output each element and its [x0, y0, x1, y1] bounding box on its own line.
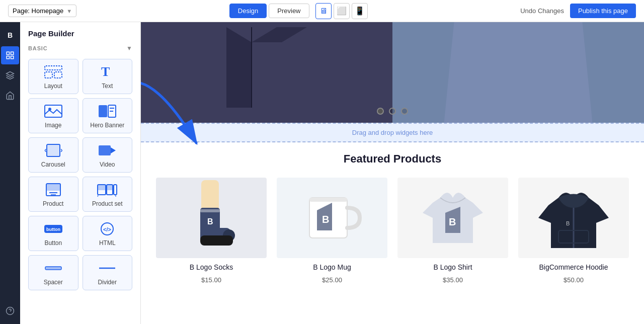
- icon-bar-layers[interactable]: [1, 46, 19, 64]
- hero-dots: [377, 108, 408, 115]
- hero-right-panel: [392, 22, 644, 123]
- svg-text:‹: ‹: [44, 146, 47, 154]
- svg-rect-8: [54, 72, 62, 78]
- widget-layout[interactable]: Layout: [28, 59, 78, 94]
- svg-rect-10: [45, 105, 62, 117]
- topbar-center: Design Preview 🖥 ⬜ 📱: [229, 3, 368, 19]
- icon-bar-help[interactable]: [1, 302, 19, 320]
- svg-rect-23: [46, 184, 60, 191]
- widget-product-set[interactable]: ‹ › Product set: [83, 177, 133, 212]
- widget-divider[interactable]: Divider: [83, 255, 133, 290]
- mobile-device-btn[interactable]: 📱: [352, 3, 368, 19]
- video-label: Video: [100, 161, 115, 168]
- svg-rect-0: [7, 52, 9, 54]
- widget-video[interactable]: Video: [83, 137, 133, 173]
- text-icon: T: [97, 64, 117, 79]
- carousel-icon: ‹ ›: [43, 143, 63, 158]
- tab-design[interactable]: Design: [229, 4, 267, 18]
- widget-image[interactable]: Image: [28, 98, 78, 133]
- page-selector-label: Page: Homepage: [13, 7, 63, 15]
- svg-rect-6: [45, 66, 62, 70]
- featured-section: Featured Products: [141, 142, 644, 299]
- desktop-device-btn[interactable]: 🖥: [315, 3, 332, 19]
- icon-bar-logo[interactable]: B: [1, 26, 19, 44]
- socks-svg: B: [181, 180, 242, 256]
- hero-right-graphic: [392, 22, 644, 123]
- product-name-mug: B Logo Mug: [313, 263, 351, 271]
- video-icon: [97, 143, 117, 158]
- tablet-device-btn[interactable]: ⬜: [334, 3, 350, 19]
- product-price-shirt: $35.00: [443, 276, 463, 284]
- svg-rect-52: [200, 209, 220, 212]
- layout-icon: [43, 64, 63, 79]
- canvas-inner: Drag and drop widgets here Featured Prod…: [141, 22, 644, 324]
- topbar-right: Undo Changes Publish this page: [520, 4, 636, 18]
- svg-rect-1: [11, 52, 14, 54]
- product-card-shirt: B B Logo Shirt $35.00: [397, 178, 508, 284]
- icon-bar-store[interactable]: [1, 87, 19, 105]
- svg-rect-27: [98, 185, 106, 190]
- svg-rect-37: [45, 267, 61, 270]
- svg-rect-20: [99, 145, 111, 155]
- svg-text:B: B: [449, 216, 456, 227]
- publish-button[interactable]: Publish this page: [570, 4, 636, 18]
- svg-text:›: ›: [60, 146, 63, 154]
- html-icon: </>: [97, 221, 117, 236]
- button-label: Button: [44, 239, 62, 247]
- svg-text:B: B: [207, 217, 213, 226]
- hero-dot-1[interactable]: [377, 108, 384, 115]
- svg-rect-54: [200, 235, 233, 246]
- widget-text[interactable]: T Text: [83, 59, 133, 94]
- widget-spacer[interactable]: Spacer: [28, 255, 78, 290]
- svg-rect-58: [309, 198, 347, 202]
- product-price-hoodie: $50.00: [564, 276, 584, 284]
- product-card-socks: B B Logo Socks $15.00: [156, 178, 267, 284]
- hero-dot-3[interactable]: [401, 108, 408, 115]
- product-image-mug: B: [277, 178, 387, 258]
- svg-text:B: B: [566, 220, 570, 226]
- product-set-label: Product set: [92, 200, 123, 207]
- divider-icon: [97, 261, 117, 276]
- image-label: Image: [45, 122, 61, 129]
- mug-svg: B: [299, 183, 365, 253]
- svg-text:button: button: [46, 227, 60, 232]
- widget-carousel[interactable]: ‹ › Carousel: [28, 137, 78, 173]
- topbar-left: Page: Homepage ▼: [8, 5, 76, 17]
- svg-marker-47: [443, 22, 594, 123]
- widget-html[interactable]: </> HTML: [83, 216, 133, 251]
- widget-product[interactable]: Product: [28, 177, 78, 212]
- hero-banner-label: Hero Banner: [90, 122, 124, 129]
- carousel-label: Carousel: [41, 161, 65, 168]
- page-selector[interactable]: Page: Homepage ▼: [8, 5, 76, 17]
- product-card-hoodie: B BigCommerce Hoodie $50.00: [518, 178, 629, 284]
- hero-dot-2[interactable]: [389, 108, 396, 115]
- svg-rect-7: [45, 72, 52, 78]
- spacer-label: Spacer: [44, 279, 63, 286]
- spacer-icon: [43, 261, 63, 276]
- icon-bar-widgets[interactable]: [1, 66, 19, 85]
- hero-banner-preview: [141, 22, 644, 123]
- widget-button[interactable]: button Button: [28, 216, 78, 251]
- hero-left-panel: [141, 22, 392, 123]
- hero-shirt-graphic: [211, 27, 322, 118]
- chevron-icon: ▼: [126, 45, 132, 52]
- shirt-svg: B: [418, 183, 488, 253]
- svg-rect-12: [99, 105, 107, 117]
- main-layout: B Page Builder: [0, 22, 644, 324]
- product-card-mug: B B Logo Mug $25.00: [277, 178, 387, 284]
- image-icon: [43, 104, 63, 119]
- section-basic-header[interactable]: BASIC ▼: [20, 42, 140, 55]
- undo-changes-button[interactable]: Undo Changes: [520, 7, 564, 15]
- divider-label: Divider: [98, 279, 117, 286]
- chevron-down-icon: ▼: [66, 8, 72, 14]
- widget-hero-banner[interactable]: Hero Banner: [83, 98, 133, 133]
- tab-preview[interactable]: Preview: [269, 4, 309, 18]
- device-buttons: 🖥 ⬜ 📱: [315, 3, 368, 19]
- svg-rect-29: [107, 185, 113, 190]
- svg-text:</>: </>: [103, 226, 111, 232]
- products-grid: B B Logo Socks $15.00: [156, 178, 629, 284]
- svg-marker-21: [111, 147, 116, 153]
- product-price-socks: $15.00: [201, 276, 221, 284]
- product-price-mug: $25.00: [322, 276, 342, 284]
- svg-rect-3: [11, 56, 14, 59]
